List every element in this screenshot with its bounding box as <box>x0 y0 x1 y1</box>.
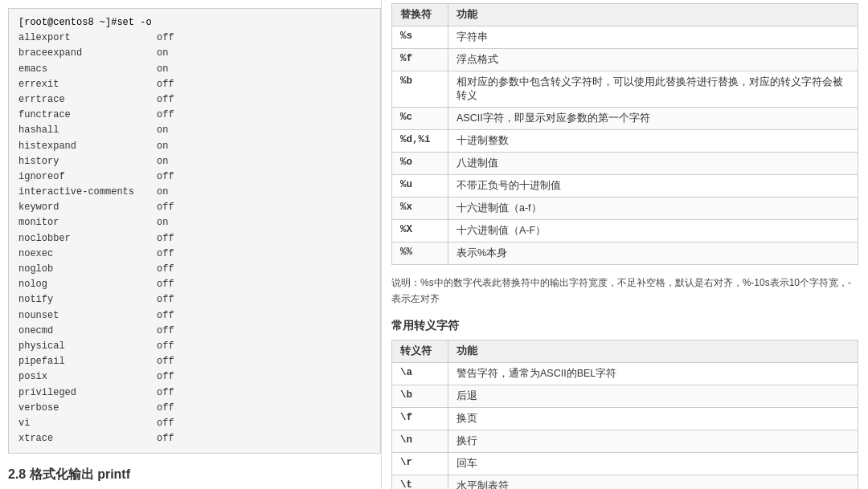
replacement-function: 十六进制值（A-F） <box>448 220 858 242</box>
terminal-val: off <box>157 77 174 92</box>
terminal-val: on <box>157 215 168 230</box>
terminal-key: verbose <box>18 401 147 416</box>
replacement-symbol: %b <box>392 71 448 108</box>
replacement-symbol: %c <box>392 108 448 130</box>
col-function-header2: 功能 <box>448 340 858 362</box>
terminal-row: nogloboff <box>18 262 371 277</box>
terminal-val: on <box>157 62 168 77</box>
table-row: %d,%i十进制整数 <box>392 130 858 153</box>
terminal-row: ignoreofoff <box>18 169 371 185</box>
terminal-val: off <box>157 277 174 292</box>
terminal-prompt: [root@centos8 ~]#set -o <box>18 15 371 31</box>
table-row: \a警告字符，通常为ASCII的BEL字符 <box>392 362 858 385</box>
terminal-val: on <box>157 139 168 154</box>
escape-function: 后退 <box>448 385 858 407</box>
escape-table: 转义符 功能 \a警告字符，通常为ASCII的BEL字符\b后退\f换页\n换行… <box>391 340 858 489</box>
escape-function: 换页 <box>448 407 858 430</box>
replacement-function: 字符串 <box>448 26 858 49</box>
terminal-key: vi <box>18 416 147 431</box>
terminal-val: off <box>157 369 174 385</box>
terminal-val: off <box>157 169 174 185</box>
terminal-key: noglob <box>18 262 147 277</box>
terminal-row: onecmdoff <box>18 324 371 339</box>
terminal-key: histexpand <box>18 139 147 154</box>
table-row: %X十六进制值（A-F） <box>392 220 858 242</box>
escape-function: 警告字符，通常为ASCII的BEL字符 <box>448 362 858 385</box>
replacement-symbol: %u <box>392 175 448 198</box>
section-title: 2.8 格式化输出 printf <box>8 467 381 483</box>
escape-symbol: \t <box>392 475 448 489</box>
terminal-key: xtrace <box>18 431 147 446</box>
terminal-row: interactive-commentson <box>18 185 371 200</box>
note-text: 说明：%s中的数字代表此替换符中的输出字符宽度，不足补空格，默认是右对齐，%-1… <box>391 275 858 308</box>
terminal-row: functraceoff <box>18 108 371 123</box>
escape-symbol: \b <box>392 385 448 407</box>
terminal-val: off <box>157 31 174 46</box>
terminal-row: nologoff <box>18 277 371 292</box>
terminal-key: privileged <box>18 385 147 401</box>
terminal-key: emacs <box>18 62 147 77</box>
col-escape-header: 转义符 <box>392 340 448 362</box>
terminal-val: off <box>157 292 174 308</box>
escape-symbol: \a <box>392 362 448 385</box>
table-row: \b后退 <box>392 385 858 407</box>
terminal-key: posix <box>18 369 147 385</box>
terminal-key: pipefail <box>18 354 147 369</box>
table-row: %f浮点格式 <box>392 49 858 71</box>
terminal-key: notify <box>18 292 147 308</box>
terminal-row: histexpandon <box>18 139 371 154</box>
terminal-row: allexportoff <box>18 31 371 46</box>
replacement-function: 表示%本身 <box>448 242 858 265</box>
terminal-row: nounsetoff <box>18 308 371 324</box>
terminal-val: off <box>157 385 174 401</box>
replacement-function: ASCII字符，即显示对应参数的第一个字符 <box>448 108 858 130</box>
replacement-symbol: %% <box>392 242 448 265</box>
terminal-key: nounset <box>18 308 147 324</box>
terminal-row: posixoff <box>18 369 371 385</box>
table-row: %%表示%本身 <box>392 242 858 265</box>
terminal-row: braceexpandon <box>18 46 371 61</box>
terminal-val: on <box>157 46 168 61</box>
terminal-val: off <box>157 416 174 431</box>
escape-function: 换行 <box>448 430 858 452</box>
terminal-row: emacson <box>18 62 371 77</box>
terminal-rows: allexportoffbraceexpandonemacsonerrexito… <box>18 31 371 446</box>
terminal-key: physical <box>18 339 147 354</box>
terminal-row: historyon <box>18 154 371 169</box>
terminal-key: allexport <box>18 31 147 46</box>
terminal-val: off <box>157 231 174 247</box>
terminal-val: on <box>157 123 168 138</box>
terminal-key: braceexpand <box>18 46 147 61</box>
terminal-val: off <box>157 200 174 215</box>
replacement-function: 十六进制值（a-f） <box>448 198 858 220</box>
terminal-row: errtraceoff <box>18 92 371 108</box>
terminal-row: xtraceoff <box>18 431 371 446</box>
table-row: \f换页 <box>392 407 858 430</box>
escape-chars-header: 常用转义字符 <box>391 319 858 333</box>
replacement-symbol: %x <box>392 198 448 220</box>
terminal-key: onecmd <box>18 324 147 339</box>
table-row: %x十六进制值（a-f） <box>392 198 858 220</box>
terminal-row: monitoron <box>18 215 371 230</box>
replacement-function: 浮点格式 <box>448 49 858 71</box>
terminal-val: off <box>157 92 174 108</box>
terminal-row: pipefailoff <box>18 354 371 369</box>
col-replacement-header: 替换符 <box>392 4 448 26</box>
terminal-key: noexec <box>18 247 147 262</box>
replacement-symbol: %s <box>392 26 448 49</box>
table-row: \r回车 <box>392 452 858 475</box>
terminal-val: off <box>157 401 174 416</box>
terminal-val: off <box>157 324 174 339</box>
terminal-key: errtrace <box>18 92 147 108</box>
terminal-key: keyword <box>18 200 147 215</box>
terminal-val: off <box>157 108 174 123</box>
terminal-val: off <box>157 339 174 354</box>
replacement-symbol: %d,%i <box>392 130 448 153</box>
terminal-key: errexit <box>18 77 147 92</box>
terminal-key: monitor <box>18 215 147 230</box>
terminal-row: keywordoff <box>18 200 371 215</box>
replacement-symbol: %o <box>392 153 448 175</box>
terminal-row: noclobberoff <box>18 231 371 247</box>
replacement-function: 八进制值 <box>448 153 858 175</box>
terminal-row: privilegedoff <box>18 385 371 401</box>
